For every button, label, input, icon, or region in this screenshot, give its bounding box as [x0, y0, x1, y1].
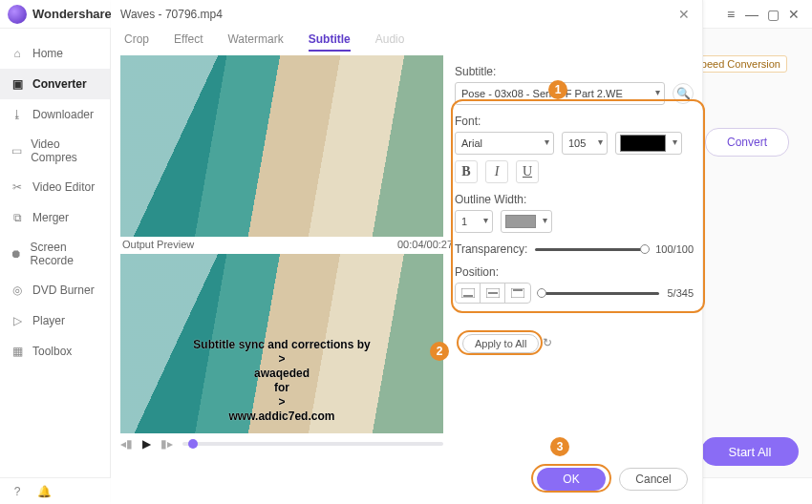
sidebar-item-label: Home	[32, 47, 63, 60]
hamburger-icon[interactable]: ≡	[720, 4, 741, 25]
window-minimize-icon[interactable]: —	[741, 4, 762, 25]
editor-tabs: Crop Effect Watermark Subtitle Audio	[124, 32, 404, 52]
cancel-button[interactable]: Cancel	[619, 468, 688, 491]
reset-icon[interactable]: ↻	[539, 334, 556, 351]
underline-button[interactable]: U	[516, 160, 539, 183]
app-logo-icon	[8, 5, 27, 24]
help-icon[interactable]: ?	[10, 484, 25, 499]
compress-icon: ▭	[10, 143, 23, 158]
sidebar-item-compressor[interactable]: ▭Video Compres	[0, 130, 110, 172]
sidebar-item-converter[interactable]: ▣Converter	[0, 69, 110, 99]
font-size-value: 105	[568, 137, 586, 149]
outline-width-select[interactable]: 1▾	[455, 210, 493, 233]
output-preview: Subtitle sync and corrections by > awaqe…	[120, 254, 443, 433]
sidebar-item-merger[interactable]: ⧉Merger	[0, 202, 110, 233]
scissors-icon: ✂	[10, 179, 25, 195]
font-color-select[interactable]: ▾	[615, 132, 682, 155]
position-top-icon[interactable]	[505, 284, 530, 303]
italic-button[interactable]: I	[485, 160, 508, 183]
position-preset-group	[455, 283, 531, 304]
outline-label: Outline Width:	[455, 193, 694, 206]
modal-title: Waves - 70796.mp4	[120, 8, 223, 21]
svg-rect-3	[488, 292, 498, 294]
sidebar-item-label: Downloader	[32, 108, 94, 121]
annotation-badge-1: 1	[548, 80, 567, 99]
preview-label: Output Preview	[122, 239, 194, 250]
subtitle-overlay-text: Subtitle sync and corrections by > awaqe…	[120, 338, 443, 424]
position-bottom-icon[interactable]	[456, 284, 481, 303]
sidebar-item-downloader[interactable]: ⭳Downloader	[0, 99, 110, 130]
font-family-select[interactable]: Arial▾	[455, 132, 554, 155]
converter-icon: ▣	[10, 76, 25, 92]
brand-name: Wondershare	[32, 7, 112, 21]
font-family-value: Arial	[461, 137, 482, 149]
ok-button[interactable]: OK	[537, 468, 606, 491]
transparency-slider[interactable]	[535, 248, 648, 251]
svg-rect-5	[513, 289, 523, 291]
tab-audio[interactable]: Audio	[375, 32, 405, 52]
sidebar-item-label: Merger	[32, 211, 69, 224]
annotation-badge-2: 2	[430, 342, 449, 361]
window-close-icon[interactable]: ✕	[783, 4, 804, 25]
chevron-down-icon: ▾	[483, 215, 488, 225]
position-label: Position:	[455, 265, 694, 279]
sidebar-item-label: Converter	[32, 77, 87, 91]
download-icon: ⭳	[10, 107, 25, 122]
tab-effect[interactable]: Effect	[174, 32, 203, 52]
transparency-label: Transparency:	[455, 242, 527, 256]
tab-crop[interactable]: Crop	[124, 32, 149, 52]
position-slider[interactable]	[539, 292, 659, 295]
sidebar-item-home[interactable]: ⌂Home	[0, 38, 110, 69]
next-frame-icon[interactable]: ▮▸	[160, 437, 173, 451]
tab-watermark[interactable]: Watermark	[227, 32, 283, 52]
sidebar-item-label: Toolbox	[32, 345, 72, 358]
sidebar-item-dvd[interactable]: ◎DVD Burner	[0, 275, 110, 305]
search-subtitle-icon[interactable]: 🔍	[673, 83, 694, 104]
transparency-value: 100/100	[655, 243, 694, 255]
sidebar-item-player[interactable]: ▷Player	[0, 305, 110, 336]
disc-icon: ◎	[10, 283, 25, 298]
play-button-icon[interactable]: ▶	[142, 437, 151, 451]
chevron-down-icon: ▾	[598, 136, 603, 147]
outline-width-value: 1	[461, 216, 467, 227]
close-icon[interactable]: ✕	[675, 6, 693, 23]
annotation-badge-3: 3	[550, 437, 569, 456]
merge-icon: ⧉	[10, 210, 25, 225]
sidebar-item-label: Screen Recorde	[31, 241, 100, 267]
sidebar-item-recorder[interactable]: ⏺Screen Recorde	[0, 233, 110, 275]
preview-time: 00:04/00:27	[397, 239, 453, 250]
sidebar-item-toolbox[interactable]: ▦Toolbox	[0, 336, 110, 367]
chevron-down-icon: ▾	[673, 136, 677, 147]
chevron-down-icon: ▾	[655, 87, 660, 97]
prev-frame-icon[interactable]: ◂▮	[120, 437, 133, 451]
font-size-select[interactable]: 105▾	[562, 132, 608, 155]
subtitle-editor-modal: Waves - 70796.mp4 ✕ Crop Effect Watermar…	[111, 0, 703, 504]
color-swatch	[620, 135, 666, 152]
bold-button[interactable]: B	[455, 160, 478, 183]
tab-subtitle[interactable]: Subtitle	[309, 32, 351, 52]
play-icon: ▷	[10, 313, 25, 328]
sidebar-item-label: DVD Burner	[32, 284, 95, 297]
seek-slider[interactable]	[182, 442, 443, 446]
window-maximize-icon[interactable]: ▢	[762, 4, 783, 25]
start-all-button[interactable]: Start All	[701, 437, 799, 466]
outline-color-select[interactable]: ▾	[501, 210, 552, 233]
transport-controls: ◂▮ ▶ ▮▸	[120, 437, 443, 451]
home-icon: ⌂	[10, 46, 25, 61]
subtitle-file-value: Pose - 03x08 - Series F Part 2.WE	[461, 88, 623, 99]
record-icon: ⏺	[10, 246, 23, 262]
source-preview	[120, 55, 443, 237]
svg-rect-1	[463, 295, 473, 297]
grid-icon: ▦	[10, 344, 25, 359]
position-middle-icon[interactable]	[481, 284, 505, 303]
chevron-down-icon: ▾	[543, 215, 547, 225]
notification-icon[interactable]: 🔔	[36, 484, 52, 499]
sidebar: ⌂Home ▣Converter ⭳Downloader ▭Video Comp…	[0, 29, 111, 477]
apply-to-all-button[interactable]: Apply to All	[462, 334, 539, 353]
chevron-down-icon: ▾	[545, 136, 549, 147]
convert-button[interactable]: Convert	[705, 128, 789, 157]
subtitle-label: Subtitle:	[455, 65, 694, 78]
subtitle-settings-panel: Subtitle: Pose - 03x08 - Series F Part 2…	[455, 61, 694, 304]
sidebar-item-label: Player	[32, 314, 65, 327]
sidebar-item-editor[interactable]: ✂Video Editor	[0, 172, 110, 202]
